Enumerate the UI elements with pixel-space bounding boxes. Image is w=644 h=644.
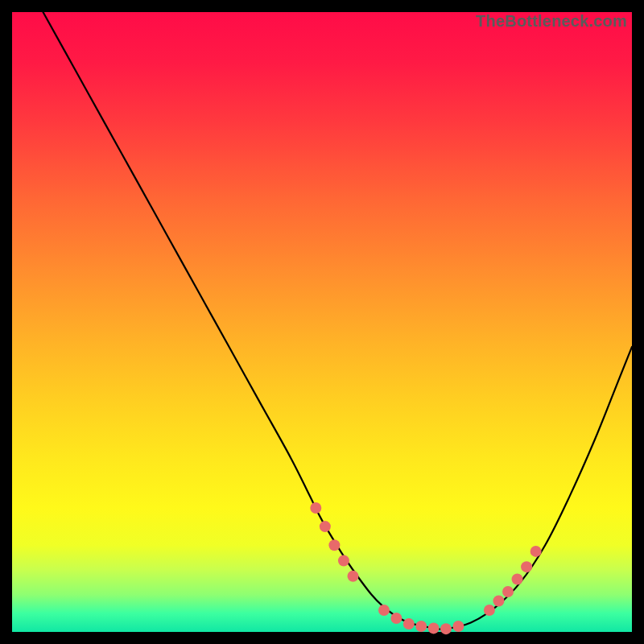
marker-point bbox=[338, 555, 349, 566]
marker-point bbox=[415, 621, 427, 632]
highlight-markers bbox=[310, 502, 541, 634]
marker-point bbox=[348, 571, 359, 582]
marker-point bbox=[512, 574, 523, 585]
marker-point bbox=[493, 596, 504, 607]
marker-point bbox=[521, 561, 532, 572]
marker-point bbox=[502, 586, 514, 597]
marker-point bbox=[378, 605, 390, 616]
curve-line bbox=[43, 12, 633, 630]
marker-point bbox=[484, 605, 495, 616]
marker-point bbox=[328, 539, 340, 551]
chart-svg bbox=[12, 12, 632, 632]
marker-point bbox=[440, 623, 452, 634]
marker-point bbox=[310, 502, 321, 514]
plot-area: TheBottleneck.com bbox=[12, 12, 632, 632]
marker-point bbox=[403, 618, 415, 630]
marker-point bbox=[530, 546, 542, 557]
marker-point bbox=[390, 613, 402, 624]
chart-frame: TheBottleneck.com bbox=[0, 0, 644, 644]
marker-point bbox=[452, 621, 464, 632]
marker-point bbox=[428, 622, 440, 634]
marker-point bbox=[320, 521, 331, 532]
